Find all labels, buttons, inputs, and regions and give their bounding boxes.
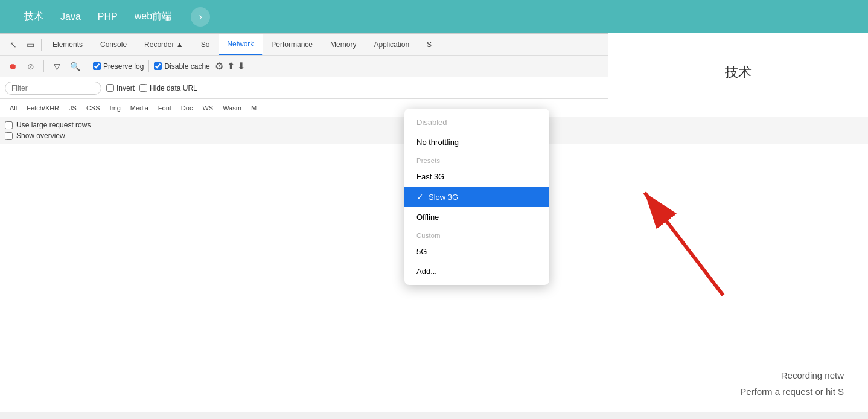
toolbar-sep-2: [88, 60, 88, 72]
red-arrow-svg: [627, 174, 747, 307]
filter-icon[interactable]: ▽: [49, 59, 65, 74]
menu-item-disabled[interactable]: Disabled: [404, 112, 549, 132]
preserve-log-input[interactable]: [93, 62, 101, 70]
type-all[interactable]: All: [5, 100, 22, 117]
large-rows-label: Use large request rows: [16, 121, 91, 129]
menu-custom-header: Custom: [404, 227, 549, 241]
hide-data-url-input[interactable]: [139, 84, 147, 92]
invert-checkbox[interactable]: Invert: [106, 84, 135, 92]
type-wasm[interactable]: Wasm: [218, 100, 246, 117]
nav-arrow-button[interactable]: ›: [191, 7, 210, 27]
website-nav: 技术 Java PHP web前端: [24, 10, 171, 23]
slow3g-label: Slow 3G: [429, 193, 458, 202]
type-manifest[interactable]: M: [246, 100, 261, 117]
throttle-area: ⚙ ⬆ ⬇: [215, 60, 245, 72]
type-js[interactable]: JS: [64, 100, 81, 117]
invert-input[interactable]: [106, 84, 114, 92]
preserve-log-label: Preserve log: [103, 62, 144, 71]
wifi-settings-icon[interactable]: ⚙: [215, 60, 223, 72]
show-overview-label: Show overview: [16, 132, 65, 140]
upload-download-icons[interactable]: ⬆ ⬇: [227, 60, 245, 72]
type-css[interactable]: CSS: [81, 100, 105, 117]
nav-item-java[interactable]: Java: [60, 11, 81, 22]
disable-cache-input[interactable]: [154, 62, 162, 70]
throttle-dropdown[interactable]: Disabled No throttling Presets Fast 3G ✓…: [404, 109, 549, 285]
large-rows-checkbox[interactable]: [5, 121, 13, 129]
clear-button[interactable]: ⊘: [23, 59, 39, 74]
download-icon[interactable]: ⬇: [237, 60, 245, 72]
search-icon[interactable]: 🔍: [67, 59, 83, 74]
show-overview-checkbox[interactable]: [5, 132, 13, 140]
tab-sources[interactable]: So: [193, 34, 219, 56]
menu-item-5g[interactable]: 5G: [404, 241, 549, 261]
tab-recorder[interactable]: Recorder ▲: [136, 34, 193, 56]
hide-data-url-label: Hide data URL: [150, 84, 197, 92]
right-panel: 技术: [608, 33, 868, 112]
device-icon[interactable]: ▭: [22, 36, 39, 53]
cursor-icon[interactable]: ↖: [5, 36, 22, 53]
tab-console[interactable]: Console: [92, 34, 136, 56]
type-ws[interactable]: WS: [197, 100, 218, 117]
nav-item-tech[interactable]: 技术: [24, 10, 43, 23]
type-fetch-xhr[interactable]: Fetch/XHR: [22, 100, 64, 117]
upload-icon[interactable]: ⬆: [227, 60, 235, 72]
tab-application[interactable]: Application: [365, 34, 418, 56]
type-img[interactable]: Img: [105, 100, 126, 117]
disable-cache-checkbox[interactable]: Disable cache: [154, 62, 209, 71]
nav-item-php[interactable]: PHP: [98, 11, 118, 22]
menu-item-add[interactable]: Add...: [404, 261, 549, 281]
annotation-arrow: [627, 174, 747, 309]
menu-item-fast3g[interactable]: Fast 3G: [404, 167, 549, 187]
preserve-log-checkbox[interactable]: Preserve log: [93, 62, 144, 71]
record-button[interactable]: ⏺: [5, 59, 21, 74]
tab-security[interactable]: S: [418, 34, 441, 56]
recording-line2: Perform a request or hit S: [740, 383, 844, 400]
type-doc[interactable]: Doc: [176, 100, 198, 117]
type-font[interactable]: Font: [153, 100, 176, 117]
tab-elements[interactable]: Elements: [44, 34, 92, 56]
type-media[interactable]: Media: [126, 100, 153, 117]
menu-item-no-throttling[interactable]: No throttling: [404, 132, 549, 152]
tab-memory[interactable]: Memory: [322, 34, 365, 56]
website-header: 技术 Java PHP web前端 › 技术: [0, 0, 868, 33]
filter-input[interactable]: [5, 82, 101, 95]
nav-item-web[interactable]: web前端: [135, 10, 171, 23]
svg-line-1: [645, 193, 723, 295]
tab-network[interactable]: Network: [219, 34, 263, 56]
menu-presets-header: Presets: [404, 152, 549, 167]
recording-text: Recording netw Perform a request or hit …: [740, 367, 844, 400]
invert-label: Invert: [116, 84, 135, 92]
disable-cache-label: Disable cache: [164, 62, 209, 71]
checkmark-icon: ✓: [416, 192, 424, 202]
menu-item-offline[interactable]: Offline: [404, 207, 549, 227]
toolbar-sep-3: [148, 60, 149, 72]
right-panel-title: 技术: [725, 63, 752, 82]
toolbar-sep-1: [43, 60, 44, 72]
tab-separator-1: [41, 39, 42, 51]
tab-performance[interactable]: Performance: [263, 34, 322, 56]
menu-item-slow3g[interactable]: ✓ Slow 3G: [404, 187, 549, 207]
recording-line1: Recording netw: [740, 367, 844, 383]
hide-data-url-checkbox[interactable]: Hide data URL: [139, 84, 197, 92]
